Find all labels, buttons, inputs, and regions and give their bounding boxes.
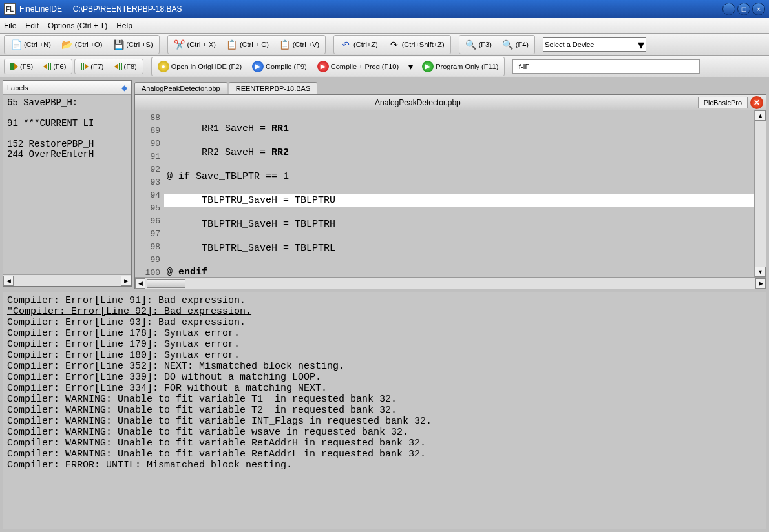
scroll-right-icon[interactable]: ▶ xyxy=(755,278,766,289)
copy-icon: 📋 xyxy=(226,39,238,50)
compile-button[interactable]: ▶Compile (F9) xyxy=(248,58,311,75)
titlebar: FL FineLineIDE C:\PBP\REENTERPBP-18.BAS … xyxy=(0,0,769,18)
menu-options[interactable]: Options (Ctrl + T) xyxy=(48,21,107,30)
findnext-label: (F4) xyxy=(516,41,529,48)
code-wrap: 88 89 90 91 92 93 94 95 96 97 98 99 100 … xyxy=(135,110,766,277)
open-folder-icon: 📂 xyxy=(61,39,73,50)
gutter-line: 89 xyxy=(136,125,160,138)
program-only-button[interactable]: ▶Program Only (F11) xyxy=(417,58,503,75)
scroll-track[interactable] xyxy=(755,121,766,267)
f8-label: (F8) xyxy=(124,63,137,70)
editor-area: AnalogPeakDetector.pbp REENTERPBP-18.BAS… xyxy=(134,80,766,289)
find-button[interactable]: 🔍(F3) xyxy=(461,36,496,53)
open-ide-icon: ● xyxy=(158,61,169,72)
redo-button[interactable]: ↷(Ctrl+Shift+Z) xyxy=(384,36,449,53)
labels-header[interactable]: Labels ◆ xyxy=(3,81,131,95)
gutter-line: 96 xyxy=(136,215,160,228)
redo-icon: ↷ xyxy=(388,39,400,50)
code-text: TBLPTRU_SaveH = TBLPTRU xyxy=(167,195,335,206)
code-text: TBLPTRL_SaveH = TBLPTRL xyxy=(167,243,335,254)
device-select[interactable]: Select a Device ▾ xyxy=(543,37,646,52)
scroll-left-icon[interactable]: ◀ xyxy=(3,276,14,286)
current-line: TBLPTRU_SaveH = TBLPTRU xyxy=(164,194,754,207)
findnext-button[interactable]: 🔍(F4) xyxy=(498,36,533,53)
menu-file[interactable]: File xyxy=(4,21,16,30)
step-f6-button[interactable]: (F6) xyxy=(39,60,70,73)
scroll-right-icon[interactable]: ▶ xyxy=(121,276,131,286)
editor-header: AnalogPeakDetector.pbp PicBasicPro ✕ xyxy=(135,95,766,110)
cut-button[interactable]: ✂️(Ctrl + X) xyxy=(169,36,220,53)
scroll-left-icon[interactable]: ◀ xyxy=(135,278,145,289)
labels-list[interactable]: 65 SavePBP_H: 91 ***CURRENT LI 152 Resto… xyxy=(3,95,131,274)
editor-language[interactable]: PicBasicPro xyxy=(698,97,748,108)
find-label: (F3) xyxy=(479,41,492,48)
snippet-input[interactable]: if-IF xyxy=(512,59,700,74)
compprog-label: Compile + Prog (F10) xyxy=(331,63,399,70)
cut-label: (Ctrl + X) xyxy=(187,41,216,48)
menu-help[interactable]: Help xyxy=(116,21,132,30)
code-keyword: @ xyxy=(167,171,178,182)
tab-reenterpbp[interactable]: REENTERPBP-18.BAS xyxy=(229,82,318,94)
step-f5-button[interactable]: (F5) xyxy=(6,60,37,73)
tab-analogpeak[interactable]: AnalogPeakDetector.pbp xyxy=(134,82,227,94)
line-gutter: 88 89 90 91 92 93 94 95 96 97 98 99 100 xyxy=(135,110,164,277)
app-name: FineLineIDE xyxy=(19,5,62,14)
new-label: (Ctrl +N) xyxy=(24,41,51,48)
scroll-thumb[interactable] xyxy=(147,279,185,288)
labels-hscroll[interactable]: ◀ ▶ xyxy=(3,274,131,286)
editor-close-button[interactable]: ✕ xyxy=(750,96,763,109)
editor-vscroll[interactable]: ▲ ▼ xyxy=(754,110,766,277)
paste-button[interactable]: 📋(Ctrl +V) xyxy=(275,36,324,53)
code-text: RR1_SaveH = xyxy=(167,123,271,134)
scissors-icon: ✂️ xyxy=(174,39,185,50)
editor-hscroll[interactable]: ◀ ▶ xyxy=(135,277,766,289)
compiler-output[interactable]: Compiler: Error[Line 91]: Bad expression… xyxy=(3,292,766,529)
chevron-down-icon: ▾ xyxy=(638,41,644,48)
code-text: RR2_SaveH = xyxy=(167,147,271,158)
step-f8-button[interactable]: (F8) xyxy=(110,60,142,73)
menu-edit[interactable]: Edit xyxy=(25,21,39,30)
dropdown-diamond-icon[interactable]: ◆ xyxy=(121,83,127,92)
copy-button[interactable]: 📋(Ctrl + C) xyxy=(222,36,273,53)
scroll-down-icon[interactable]: ▼ xyxy=(755,267,766,277)
new-file-icon: 📄 xyxy=(10,39,22,50)
gutter-line: 93 xyxy=(136,176,160,189)
undo-icon: ↶ xyxy=(340,39,352,50)
dropdown-arrow-icon[interactable]: ▾ xyxy=(405,61,416,72)
redo-label: (Ctrl+Shift+Z) xyxy=(402,41,445,48)
gutter-line: 88 xyxy=(136,112,160,125)
snippet-text: if-IF xyxy=(517,63,529,70)
scroll-up-icon[interactable]: ▲ xyxy=(755,110,766,121)
origi-label: Open in Origi IDE (F2) xyxy=(171,63,242,70)
paste-icon: 📋 xyxy=(279,39,291,50)
step-into-icon xyxy=(43,63,51,70)
gutter-line: 99 xyxy=(136,254,160,267)
f5-label: (F5) xyxy=(20,63,33,70)
code-keyword: RR1 xyxy=(271,123,289,134)
save-button[interactable]: 💾(Ctrl +S) xyxy=(108,36,157,53)
window-buttons: – □ × xyxy=(722,3,765,15)
toolbar-row-2: (F5) (F6) (F7) (F8) ●Open in Origi IDE (… xyxy=(0,56,769,77)
code-text: TBLPTRH_SaveH = TBLPTRH xyxy=(167,219,335,230)
open-button[interactable]: 📂(Ctrl +O) xyxy=(57,36,107,53)
gutter-line: 91 xyxy=(136,150,160,163)
open-origi-button[interactable]: ●Open in Origi IDE (F2) xyxy=(153,58,246,75)
gutter-line: 98 xyxy=(136,241,160,254)
undo-label: (Ctrl+Z) xyxy=(353,41,378,48)
step-over-icon xyxy=(10,63,18,70)
close-button[interactable]: × xyxy=(752,3,765,15)
maximize-button[interactable]: □ xyxy=(737,3,750,15)
undo-button[interactable]: ↶(Ctrl+Z) xyxy=(335,36,383,53)
code-editor[interactable]: RR1_SaveH = RR1 RR2_SaveH = RR2 @ if Sav… xyxy=(164,110,754,277)
save-disk-icon: 💾 xyxy=(112,39,124,50)
compile-icon: ▶ xyxy=(252,61,264,72)
step-f7-button[interactable]: (F7) xyxy=(76,60,108,73)
new-button[interactable]: 📄(Ctrl +N) xyxy=(6,36,56,53)
minimize-button[interactable]: – xyxy=(722,3,735,15)
code-keyword: endif xyxy=(178,267,207,277)
labels-title: Labels xyxy=(7,84,28,92)
magnifier-next-icon: 🔍 xyxy=(502,39,514,50)
f7-label: (F7) xyxy=(90,63,103,70)
compile-prog-button[interactable]: ▶Compile + Prog (F10) xyxy=(313,58,403,75)
toolbar-row-1: 📄(Ctrl +N) 📂(Ctrl +O) 💾(Ctrl +S) ✂️(Ctrl… xyxy=(0,34,769,56)
